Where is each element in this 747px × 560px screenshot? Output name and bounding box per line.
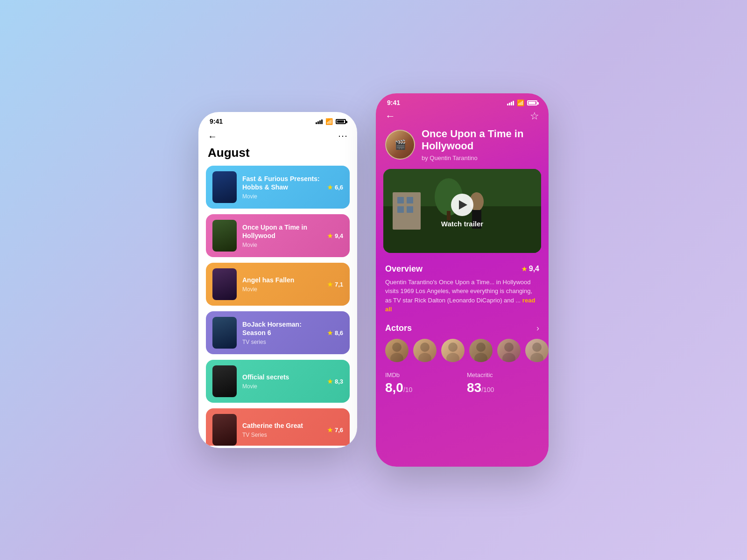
movie-title-5: Official secrets xyxy=(242,373,322,381)
movie-info-4: BoJack Horseman: Season 6 TV series xyxy=(242,320,322,345)
movie-title-1: Fast & Furious Presents: Hobbs & Shaw xyxy=(242,175,322,191)
svg-point-22 xyxy=(530,353,543,362)
movie-card-2[interactable]: Once Upon a Time in Hollywood Movie ★ 9,… xyxy=(206,214,350,257)
movie-thumb-2 xyxy=(212,220,237,252)
svg-point-20 xyxy=(502,353,515,362)
imdb-value: 8,0 xyxy=(385,380,403,395)
movie-type-3: Movie xyxy=(242,286,322,293)
actor-face-1 xyxy=(385,339,409,362)
movie-info-5: Official secrets Movie xyxy=(242,373,322,390)
movie-rating-1: ★ 6,6 xyxy=(327,184,343,191)
movie-thumb-3 xyxy=(212,268,237,300)
more-button-list[interactable]: ⋮ xyxy=(338,132,349,141)
actors-title: Actors xyxy=(385,323,412,333)
movie-thumb-1 xyxy=(212,171,237,203)
movie-thumb-6 xyxy=(212,414,237,446)
movie-rating-2: ★ 9,4 xyxy=(327,232,343,239)
movie-card-4[interactable]: BoJack Horseman: Season 6 TV series ★ 8,… xyxy=(206,311,350,354)
trailer-background: Watch trailer xyxy=(383,169,541,253)
svg-point-15 xyxy=(448,343,458,352)
rating-value-4: 8,6 xyxy=(335,329,343,336)
wifi-icon-detail: 📶 xyxy=(517,99,524,106)
status-bar-detail: 9:41 📶 xyxy=(376,93,549,108)
scores-section: IMDb 8,0/10 Metacritic 83/100 xyxy=(376,368,549,399)
movies-list: Fast & Furious Presents: Hobbs & Shaw Mo… xyxy=(198,166,357,446)
phone-detail: 9:41 📶 ← ☆ 🎬 Once Upon a Time in Holl xyxy=(376,93,549,467)
actors-header: Actors › xyxy=(385,323,539,333)
movie-card-3[interactable]: Angel has Fallen Movie ★ 7,1 xyxy=(206,263,350,306)
overview-title: Overview xyxy=(385,264,423,274)
movie-card-1[interactable]: Fast & Furious Presents: Hobbs & Shaw Mo… xyxy=(206,166,350,209)
movie-rating-5: ★ 8,3 xyxy=(327,378,343,385)
back-button-list[interactable]: ← xyxy=(208,131,217,142)
status-icons-detail: 📶 xyxy=(507,99,537,106)
overview-rating: ★ 9,4 xyxy=(521,265,539,273)
phone-header-list: ← ⋮ xyxy=(198,127,357,144)
rating-value-5: 8,3 xyxy=(335,378,343,385)
movie-type-5: Movie xyxy=(242,383,322,390)
rating-value-3: 7,1 xyxy=(335,281,343,288)
movie-card-5[interactable]: Official secrets Movie ★ 8,3 xyxy=(206,360,350,403)
movie-thumb-5 xyxy=(212,365,237,397)
overview-text: Quentin Tarantino's Once Upon a Time... … xyxy=(385,278,539,314)
movie-card-6[interactable]: Catherine the Great TV Series ★ 7,6 xyxy=(206,408,350,446)
svg-point-19 xyxy=(504,343,514,352)
imdb-block: IMDb 8,0/10 xyxy=(385,371,458,395)
overview-rating-value: 9,4 xyxy=(529,265,539,273)
trailer-label: Watch trailer xyxy=(441,220,483,228)
imdb-label: IMDb xyxy=(385,371,458,378)
signal-icon-detail xyxy=(507,100,514,105)
actors-more-button[interactable]: › xyxy=(536,323,539,333)
movie-type-6: TV Series xyxy=(242,432,322,438)
play-icon xyxy=(459,200,467,210)
overview-body: Quentin Tarantino's Once Upon a Time... … xyxy=(385,279,532,304)
metacritic-block: Metacritic 83/100 xyxy=(467,371,539,395)
movie-info-3: Angel has Fallen Movie xyxy=(242,276,322,293)
status-icons-list: 📶 xyxy=(316,118,346,125)
movie-info-1: Fast & Furious Presents: Hobbs & Shaw Mo… xyxy=(242,175,322,200)
hero-movie-title: Once Upon a Time in Hollywood xyxy=(422,128,539,153)
actor-face-3 xyxy=(441,339,465,362)
imdb-score: 8,0/10 xyxy=(385,380,458,395)
actor-avatar-6[interactable] xyxy=(525,339,549,362)
favorite-button[interactable]: ☆ xyxy=(530,110,539,122)
metacritic-label: Metacritic xyxy=(467,371,539,378)
actor-avatar-3[interactable] xyxy=(441,339,465,362)
actor-avatar-2[interactable] xyxy=(413,339,437,362)
overview-header: Overview ★ 9,4 xyxy=(385,264,539,274)
trailer-overlay: Watch trailer xyxy=(383,169,541,253)
actor-face-2 xyxy=(413,339,437,362)
actor-face-4 xyxy=(469,339,493,362)
actor-avatar-5[interactable] xyxy=(497,339,521,362)
movie-info-2: Once Upon a Time in Hollywood Movie xyxy=(242,223,322,248)
play-button[interactable] xyxy=(451,194,473,216)
movie-rating-6: ★ 7,6 xyxy=(327,427,343,434)
trailer-container[interactable]: Watch trailer xyxy=(383,169,541,253)
movie-title-6: Catherine the Great xyxy=(242,421,322,430)
actor-avatar-4[interactable] xyxy=(469,339,493,362)
actor-face-5 xyxy=(497,339,521,362)
svg-point-18 xyxy=(474,353,487,362)
metacritic-score: 83/100 xyxy=(467,380,539,395)
movie-type-1: Movie xyxy=(242,193,322,200)
star-icon-5: ★ xyxy=(327,378,333,385)
overview-star-icon: ★ xyxy=(521,266,527,273)
actors-list xyxy=(385,339,539,362)
imdb-suffix: /10 xyxy=(403,386,412,393)
movie-hero: 🎬 Once Upon a Time in Hollywood by Quent… xyxy=(376,128,549,169)
movie-rating-4: ★ 8,6 xyxy=(327,329,343,336)
movie-type-2: Movie xyxy=(242,242,322,248)
month-title: August xyxy=(198,144,357,166)
actor-avatar-1[interactable] xyxy=(385,339,409,362)
detail-header: ← ☆ xyxy=(376,108,549,128)
svg-point-21 xyxy=(532,343,542,352)
back-button-detail[interactable]: ← xyxy=(385,110,395,122)
metacritic-value: 83 xyxy=(467,380,481,395)
star-icon-4: ★ xyxy=(327,329,333,336)
movie-type-4: TV series xyxy=(242,339,322,345)
battery-icon-detail xyxy=(527,100,537,105)
battery-icon xyxy=(336,119,346,124)
star-icon-2: ★ xyxy=(327,232,333,239)
svg-point-12 xyxy=(390,353,403,362)
hero-thumbnail: 🎬 xyxy=(385,130,415,160)
